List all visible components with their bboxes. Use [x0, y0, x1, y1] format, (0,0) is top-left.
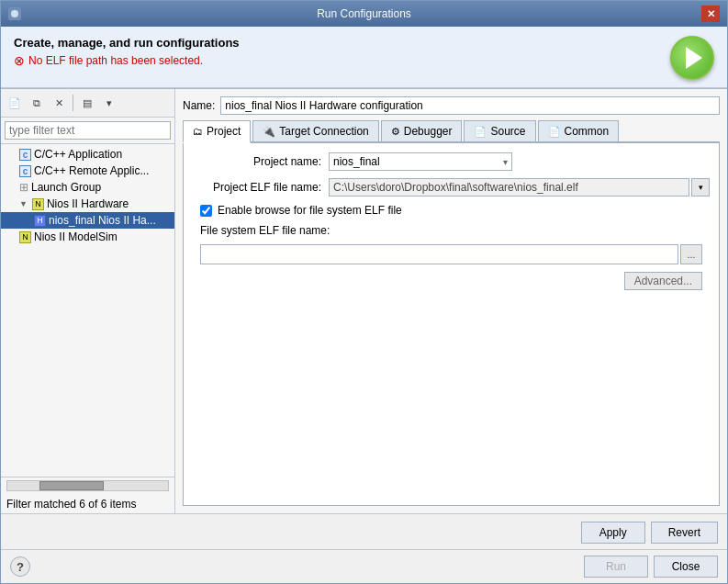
run-quick-button[interactable] [670, 36, 714, 80]
project-elf-label: Project ELF file name: [193, 181, 321, 194]
checkbox-label: Enable browse for file system ELF file [218, 204, 402, 217]
list-item[interactable]: N Nios II ModelSim [1, 229, 174, 245]
title-bar: Run Configurations ✕ [1, 1, 727, 27]
target-tab-icon: 🔌 [263, 126, 275, 138]
new-config-button[interactable]: 📄 [5, 93, 25, 113]
tab-common[interactable]: 📄 Common [538, 120, 620, 141]
tab-content-panel: Project name: nios_final ▾ Project ELF f… [183, 143, 720, 506]
elf-path-dropdown-btn[interactable]: ▾ [691, 178, 710, 197]
tab-target-connection[interactable]: 🔌 Target Connection [252, 120, 378, 141]
project-elf-row: Project ELF file name: ▾ [193, 178, 710, 197]
name-row: Name: [183, 96, 720, 115]
duplicate-button[interactable]: ⧉ [27, 93, 47, 113]
source-tab-icon: 📄 [474, 126, 487, 138]
list-item[interactable]: H nios_final Nios II Ha... [1, 212, 174, 229]
run-triangle-icon [686, 47, 702, 69]
tab-project-label: Project [207, 125, 241, 138]
header-error: ⊗ No ELF file path has been selected. [14, 53, 240, 68]
file-system-label-row: File system ELF file name: [193, 224, 710, 237]
dialog-title: Run Configurations [27, 7, 701, 20]
horizontal-scrollbar[interactable] [6, 480, 169, 491]
scrollbar-thumb[interactable] [39, 481, 104, 490]
help-button[interactable]: ? [10, 556, 30, 577]
project-tab-icon: 🗂 [193, 126, 203, 137]
c-icon: c [19, 165, 31, 177]
elf-path-row: ▾ [329, 178, 710, 197]
error-text: No ELF file path has been selected. [28, 54, 203, 67]
item-label: Nios II Hardware [47, 197, 129, 210]
main-area: 📄 ⧉ ✕ ▤ ▾ c C/C++ Application c C/C+ [1, 88, 727, 513]
dropdown-arrow-icon: ▾ [503, 157, 508, 167]
expand-arrow: ▼ [19, 199, 28, 208]
enable-browse-checkbox[interactable] [200, 205, 212, 217]
c-icon: c [19, 149, 31, 161]
elf-input-row: ... [193, 244, 710, 264]
tab-debugger[interactable]: ⚙ Debugger [381, 120, 463, 141]
close-dialog-button[interactable]: Close [654, 556, 718, 578]
filter-button[interactable]: ▤ [77, 93, 97, 113]
tab-common-label: Common [565, 125, 610, 138]
advanced-button[interactable]: Advanced... [624, 272, 702, 290]
error-icon: ⊗ [14, 53, 25, 68]
filter-input[interactable] [5, 121, 171, 140]
list-item[interactable]: ⊞ Launch Group [1, 179, 174, 196]
item-label: nios_final Nios II Ha... [49, 214, 156, 227]
sidebar-scroll-area [1, 477, 174, 495]
list-item[interactable]: c C/C++ Remote Applic... [1, 163, 174, 179]
project-name-value: nios_final [333, 155, 380, 168]
tab-target-label: Target Connection [279, 125, 368, 138]
toolbar-separator [73, 95, 73, 111]
tabs-container: 🗂 Project 🔌 Target Connection ⚙ Debugger… [183, 120, 720, 143]
sidebar-toolbar: 📄 ⧉ ✕ ▤ ▾ [1, 89, 174, 118]
tab-source-label: Source [490, 125, 525, 138]
list-item[interactable]: ▼ N Nios II Hardware [1, 196, 174, 212]
view-menu-button[interactable]: ▾ [99, 93, 119, 113]
project-elf-input [329, 178, 689, 197]
elf-file-input[interactable] [200, 244, 678, 264]
tree-area: c C/C++ Application c C/C++ Remote Appli… [1, 144, 174, 477]
close-button[interactable]: ✕ [701, 6, 720, 22]
project-dropdown: nios_final ▾ [329, 152, 710, 171]
run-button[interactable]: Run [584, 556, 648, 578]
tab-debugger-label: Debugger [404, 125, 453, 138]
hw-icon: H [34, 215, 46, 227]
tab-project[interactable]: 🗂 Project [183, 120, 251, 143]
header-area: Create, manage, and run configurations ⊗… [1, 27, 727, 88]
apply-button[interactable]: Apply [581, 522, 645, 544]
content-area: Name: 🗂 Project 🔌 Target Connection ⚙ De… [175, 89, 727, 513]
project-name-dropdown[interactable]: nios_final ▾ [329, 152, 512, 171]
checkbox-row: Enable browse for file system ELF file [193, 204, 710, 217]
item-label: Launch Group [31, 181, 101, 194]
name-label: Name: [183, 99, 215, 112]
project-name-row: Project name: nios_final ▾ [193, 152, 710, 171]
tab-source[interactable]: 📄 Source [464, 120, 535, 141]
bottom-right-buttons: Run Close [584, 556, 718, 578]
button-row: Apply Revert [1, 513, 727, 549]
group-icon: ⊞ [19, 181, 28, 194]
list-item[interactable]: c C/C++ Application [1, 146, 174, 163]
nios-icon: N [32, 198, 44, 210]
bottom-bar: ? Run Close [1, 549, 727, 583]
item-label: Nios II ModelSim [34, 230, 118, 243]
filter-box [1, 118, 174, 144]
tab-content-spacer [193, 298, 710, 496]
filter-status: Filter matched 6 of 6 items [1, 495, 174, 513]
advanced-row: Advanced... [193, 272, 710, 290]
header-title: Create, manage, and run configurations [14, 36, 240, 50]
common-tab-icon: 📄 [548, 126, 561, 138]
name-input[interactable] [220, 96, 720, 115]
item-label: C/C++ Remote Applic... [34, 164, 149, 177]
revert-button[interactable]: Revert [651, 522, 718, 544]
delete-button[interactable]: ✕ [49, 93, 69, 113]
nios-icon: N [19, 231, 31, 243]
sidebar: 📄 ⧉ ✕ ▤ ▾ c C/C++ Application c C/C+ [1, 89, 175, 513]
project-name-label: Project name: [193, 155, 321, 168]
debugger-tab-icon: ⚙ [391, 126, 400, 138]
file-system-label: File system ELF file name: [200, 224, 330, 237]
item-label: C/C++ Application [34, 148, 122, 161]
browse-button[interactable]: ... [680, 244, 702, 264]
